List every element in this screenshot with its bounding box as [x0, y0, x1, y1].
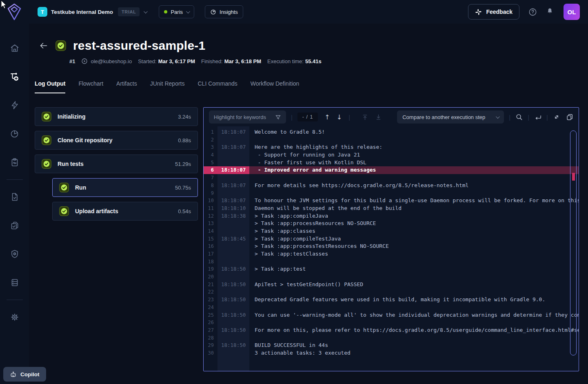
log-line[interactable]: 22 [204, 288, 579, 296]
log-line[interactable]: 21 18:18:50 ApiTest > testGetEndpoint() … [204, 281, 579, 289]
previous-match-button[interactable]: ↑ [324, 113, 330, 121]
sidebar-item-test-results[interactable] [5, 187, 24, 207]
sidebar-item-triggers[interactable] [5, 95, 24, 115]
insights-button[interactable]: Insights [205, 5, 243, 18]
log-line[interactable]: 29 18:18:50 BUILD SUCCESSFUL in 44s [204, 342, 579, 349]
log-line[interactable]: 20 [204, 273, 579, 281]
log-line-timestamp [217, 349, 249, 357]
tab-log-output[interactable]: Log Output [35, 80, 65, 93]
log-line[interactable]: 24 [204, 304, 579, 311]
gear-icon [10, 312, 20, 322]
step-card-run[interactable]: Run 50.75s [52, 178, 198, 197]
notifications-button[interactable] [546, 7, 554, 16]
log-line[interactable]: 7 [204, 174, 579, 182]
log-line[interactable]: 18 [204, 258, 579, 266]
fullscreen-button[interactable] [553, 113, 560, 121]
back-button[interactable] [39, 41, 49, 51]
word-wrap-button[interactable] [534, 113, 541, 121]
log-line[interactable]: 12 18:18:38 > Task :app:compileJava [204, 212, 579, 220]
log-line-number: 22 [204, 288, 217, 296]
testkube-logo-icon[interactable] [7, 3, 21, 20]
highlight-keywords-input[interactable]: Highlight for keywords [209, 110, 286, 124]
tabs: Log Output Flowchart Artifacts JUnit Rep… [35, 80, 588, 93]
log-line[interactable]: 8 18:18:07 For more details see https://… [204, 182, 579, 190]
log-body: 1 18:18:07 Welcome to Gradle 8.5! 2 3 18… [204, 126, 579, 371]
search-button[interactable] [515, 113, 523, 121]
user-avatar[interactable]: OL [564, 4, 580, 20]
log-line[interactable]: 16 > Task :app:processTestResources NO-S… [204, 243, 579, 250]
log-lines: 1 18:18:07 Welcome to Gradle 8.5! 2 3 18… [204, 128, 579, 357]
log-line[interactable]: 27 18:18:50 For more on this, please ref… [204, 327, 579, 334]
log-line-text: Daemon will be stopped at the end of the… [249, 205, 579, 212]
log-line[interactable]: 9 [204, 190, 579, 197]
log-line[interactable]: 23 18:18:50 Deprecated Gradle features w… [204, 296, 579, 304]
workspace-chevron-down-icon[interactable] [144, 9, 148, 13]
step-duration: 51.29s [175, 161, 191, 167]
jump-to-bottom-button[interactable] [375, 114, 382, 121]
log-line-number: 20 [204, 273, 217, 281]
documents-stack-icon [10, 221, 20, 230]
log-line[interactable]: 14 > Task :app:classes [204, 227, 579, 235]
log-line[interactable]: 28 [204, 334, 579, 342]
log-line[interactable]: 13 > Task :app:processResources NO-SOURC… [204, 220, 579, 227]
step-label: Initializing [58, 113, 172, 120]
log-line[interactable]: 25 18:18:50 You can use '--warning-mode … [204, 311, 579, 319]
environment-selector[interactable]: Paris [159, 5, 194, 18]
step-card-run-tests[interactable]: Run tests 51.29s [35, 154, 198, 173]
tab-cli-commands[interactable]: CLI Commands [198, 80, 237, 93]
sidebar-item-test-workflows[interactable] [5, 67, 24, 86]
log-line[interactable]: 10 18:18:07 To honour the JVM settings f… [204, 197, 579, 205]
log-scrollbar-thumb[interactable] [570, 130, 577, 355]
insights-pie-icon [210, 9, 216, 15]
log-line[interactable]: 19 18:18:50 > Task :app:test [204, 265, 579, 273]
log-line[interactable]: 1 18:18:07 Welcome to Gradle 8.5! [204, 128, 579, 136]
log-line-number: 17 [204, 250, 217, 258]
step-card-clone-git-repository[interactable]: Clone Git repository 0.88s [35, 131, 198, 150]
sidebar-item-artifacts[interactable] [5, 216, 24, 235]
copilot-button[interactable]: Copilot [3, 367, 46, 382]
sidebar-item-security[interactable] [5, 244, 24, 264]
log-line[interactable]: 11 18:18:10 Daemon will be stopped at th… [204, 205, 579, 212]
log-line-timestamp [217, 319, 249, 327]
workspace-initial-chip[interactable]: T [38, 7, 47, 17]
log-line-timestamp: 18:18:10 [217, 205, 249, 212]
jump-to-top-button[interactable] [362, 114, 368, 121]
help-button[interactable] [528, 8, 537, 16]
log-line[interactable]: 3 18:18:07 Here are the highlights of th… [204, 143, 579, 151]
step-success-icon [42, 159, 51, 169]
log-line-text [249, 288, 579, 296]
log-line-number: 16 [204, 243, 217, 250]
sidebar-item-settings[interactable] [5, 307, 24, 327]
log-line[interactable]: 15 18:18:45 > Task :app:compileTestJava [204, 235, 579, 243]
tab-workflow-definition[interactable]: Workflow Definition [251, 80, 300, 93]
log-line[interactable]: 6 18:18:07 - Improved error and warning … [204, 166, 579, 174]
tab-artifacts[interactable]: Artifacts [116, 80, 137, 93]
log-line[interactable]: 30 3 actionable tasks: 3 executed [204, 349, 579, 357]
log-line-number: 30 [204, 349, 217, 357]
log-line[interactable]: 4 - Support for running on Java 21 [204, 151, 579, 159]
log-line-number: 10 [204, 197, 217, 205]
log-line[interactable]: 2 [204, 136, 579, 144]
sidebar-item-monitors[interactable] [5, 152, 24, 172]
feedback-button[interactable]: Feedback [468, 4, 519, 20]
step-card-initializing[interactable]: Initializing 3.24s [35, 107, 198, 126]
log-line[interactable]: 26 [204, 319, 579, 327]
compare-step-select[interactable]: Compare to another execution step [397, 110, 504, 124]
environment-chevron-down-icon [186, 9, 190, 13]
step-card-upload-artifacts[interactable]: Upload artifacts 0.54s [52, 202, 198, 221]
copy-log-button[interactable] [566, 113, 573, 121]
tab-flowchart[interactable]: Flowchart [78, 80, 103, 93]
sidebar-item-resources[interactable] [5, 273, 24, 292]
tab-junit-reports[interactable]: JUnit Reports [150, 80, 185, 93]
next-match-button[interactable]: ↓ [337, 113, 342, 121]
sidebar-item-home[interactable] [5, 38, 24, 58]
log-line-timestamp: 18:18:50 [217, 281, 249, 289]
log-line-text [249, 258, 579, 266]
sidebar-item-insights[interactable] [5, 124, 24, 143]
filter-funnel-icon [275, 114, 281, 120]
question-circle-icon [528, 8, 537, 16]
log-line-text: > Task :app:compileTestJava [249, 235, 579, 243]
log-line[interactable]: 5 - Faster first use with Kotlin DSL [204, 159, 579, 167]
log-line[interactable]: 17 > Task :app:testClasses [204, 250, 579, 258]
log-line-number: 29 [204, 342, 217, 349]
